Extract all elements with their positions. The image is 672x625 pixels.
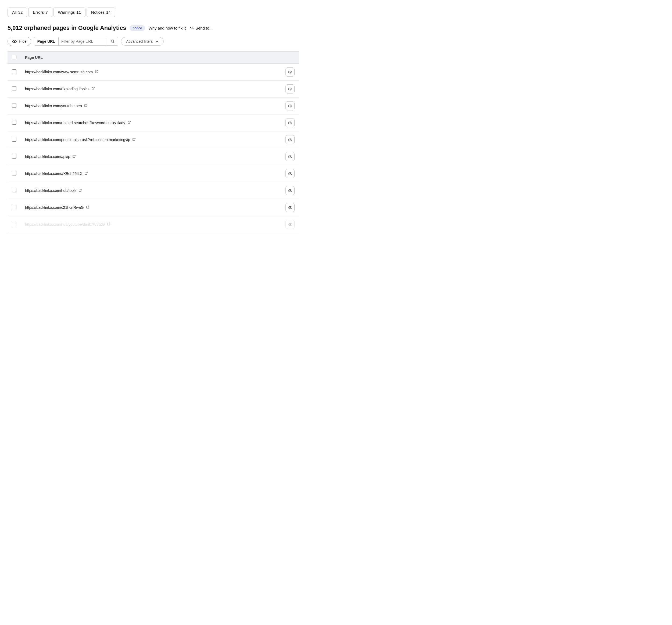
header-page-url: Page URL xyxy=(21,52,281,64)
row-eye-button[interactable] xyxy=(286,135,295,144)
svg-point-24 xyxy=(289,173,291,174)
external-link-icon xyxy=(127,121,131,125)
tabs-row: All 32Errors 7Warnings 11Notices 14 xyxy=(7,7,299,17)
row-url-cell: https://backlinko.com/Exploding Topics xyxy=(21,81,281,98)
url-filter-wrapper: Page URL xyxy=(34,37,118,46)
row-checkbox[interactable] xyxy=(12,222,17,226)
tab-count: 14 xyxy=(106,10,111,15)
row-checkbox-cell xyxy=(7,81,21,98)
row-checkbox[interactable] xyxy=(12,69,17,74)
row-action-cell xyxy=(281,148,299,165)
row-checkbox-cell xyxy=(7,115,21,131)
row-action-cell xyxy=(281,182,299,199)
row-checkbox[interactable] xyxy=(12,120,17,125)
eye-icon xyxy=(288,189,292,193)
tab-count: 7 xyxy=(45,10,48,15)
svg-point-1 xyxy=(14,41,15,42)
external-link-icon xyxy=(95,70,98,74)
url-text: https://backlinko.com/c21hcnRwaG xyxy=(25,205,84,209)
hide-label: Hide xyxy=(19,39,27,44)
table-row: https://backlinko.com/Exploding Topics xyxy=(7,81,299,98)
row-checkbox[interactable] xyxy=(12,205,17,209)
data-table: Page URL https://backlinko.com/www.semru… xyxy=(7,51,299,233)
external-link-icon xyxy=(72,154,76,159)
tab-label: All xyxy=(12,10,17,15)
row-checkbox[interactable] xyxy=(12,103,17,108)
table-row: https://backlinko.com/c21hcnRwaG xyxy=(7,199,299,216)
row-action-cell xyxy=(281,216,299,233)
url-text: https://backlinko.com/people-also-ask?re… xyxy=(25,138,130,142)
tab-label: Warnings xyxy=(58,10,75,15)
eye-icon xyxy=(12,39,17,44)
eye-icon xyxy=(288,70,292,74)
row-eye-button[interactable] xyxy=(286,118,295,127)
table-row: https://backlinko.com/aXBob25ILX xyxy=(7,165,299,182)
tab-label: Notices xyxy=(91,10,104,15)
row-eye-button[interactable] xyxy=(286,169,295,178)
row-eye-button[interactable] xyxy=(286,84,295,94)
eye-icon xyxy=(288,154,292,159)
send-to-button[interactable]: ↪ Send to... xyxy=(190,25,213,31)
filter-row: Hide Page URL Advanced filters xyxy=(7,37,299,46)
search-icon xyxy=(111,39,115,44)
row-url-cell: https://backlinko.com/related-searches?k… xyxy=(21,115,281,131)
row-checkbox[interactable] xyxy=(12,188,17,192)
table-header-row: Page URL xyxy=(7,52,299,64)
svg-point-15 xyxy=(289,122,291,123)
row-eye-button[interactable] xyxy=(286,152,295,161)
row-eye-button[interactable] xyxy=(286,68,295,77)
row-action-cell xyxy=(281,131,299,148)
row-action-cell xyxy=(281,81,299,98)
external-link-icon xyxy=(86,205,90,209)
row-checkbox-cell xyxy=(7,148,21,165)
svg-line-3 xyxy=(113,42,114,43)
url-text: https://backlinko.com/youtube-seo xyxy=(25,104,82,108)
row-url-cell: https://backlinko.com/c21hcnRwaG xyxy=(21,199,281,216)
row-eye-button[interactable] xyxy=(286,203,295,212)
svg-point-12 xyxy=(289,105,291,106)
url-filter-input[interactable] xyxy=(58,38,107,45)
fix-link[interactable]: Why and how to fix it xyxy=(148,26,186,30)
row-checkbox[interactable] xyxy=(12,171,17,175)
hide-button[interactable]: Hide xyxy=(7,37,31,46)
advanced-filters-label: Advanced filters xyxy=(126,39,153,44)
row-url-cell: https://backlinko.com/hub/tools xyxy=(21,182,281,199)
row-checkbox[interactable] xyxy=(12,137,17,142)
url-text: https://backlinko.com/aXBob25ILX xyxy=(25,171,82,176)
header-checkbox-col xyxy=(7,52,21,64)
send-to-label: Send to... xyxy=(195,26,213,30)
eye-icon xyxy=(288,205,292,210)
tab-warnings[interactable]: Warnings 11 xyxy=(53,7,86,17)
eye-icon xyxy=(288,222,292,227)
select-all-checkbox[interactable] xyxy=(12,55,17,59)
tab-all[interactable]: All 32 xyxy=(7,7,27,17)
url-filter-search-button[interactable] xyxy=(107,38,118,45)
row-action-cell xyxy=(281,115,299,131)
row-eye-button[interactable] xyxy=(286,186,295,195)
svg-point-30 xyxy=(289,207,291,208)
row-eye-button[interactable] xyxy=(286,101,295,110)
row-checkbox[interactable] xyxy=(12,86,17,91)
tab-label: Errors xyxy=(33,10,44,15)
table-row: https://backlinko.com/api/ip xyxy=(7,148,299,165)
row-url-cell: https://backlinko.com/hub/youtube/dmik7W… xyxy=(21,216,281,233)
table-row: https://backlinko.com/www.semrush.com xyxy=(7,64,299,81)
svg-point-27 xyxy=(289,190,291,191)
url-text: https://backlinko.com/hub/youtube/dmik7W… xyxy=(25,222,105,226)
eye-icon xyxy=(288,138,292,142)
row-checkbox-cell xyxy=(7,216,21,233)
header-action-col xyxy=(281,52,299,64)
tab-errors[interactable]: Errors 7 xyxy=(28,7,52,17)
chevron-down-icon xyxy=(155,40,159,43)
table-row: https://backlinko.com/people-also-ask?re… xyxy=(7,131,299,148)
svg-point-6 xyxy=(289,72,291,73)
advanced-filters-button[interactable]: Advanced filters xyxy=(121,37,164,46)
url-text: https://backlinko.com/related-searches?k… xyxy=(25,121,125,125)
row-eye-button[interactable] xyxy=(286,220,295,229)
url-text: https://backlinko.com/hub/tools xyxy=(25,189,76,193)
external-link-icon xyxy=(85,171,88,176)
notice-badge: notice xyxy=(129,25,145,31)
tab-notices[interactable]: Notices 14 xyxy=(87,7,115,17)
row-checkbox[interactable] xyxy=(12,154,17,158)
svg-point-9 xyxy=(289,89,291,90)
